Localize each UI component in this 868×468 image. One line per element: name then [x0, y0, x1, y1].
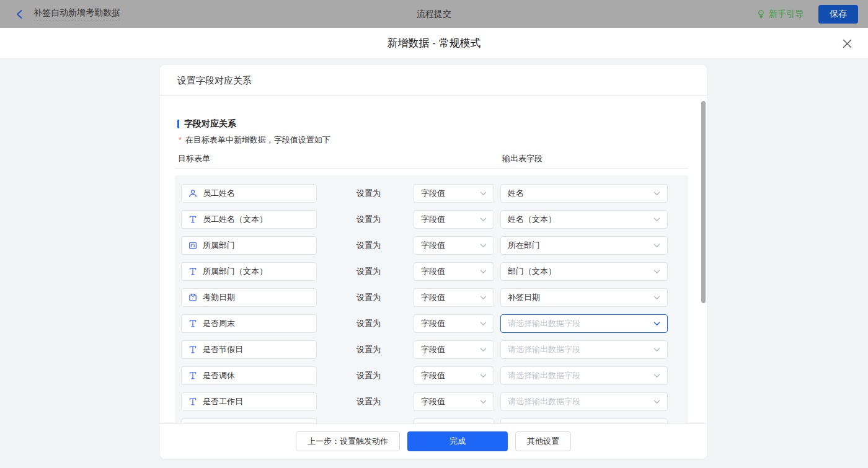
output-field-select[interactable]: 姓名 [500, 184, 668, 203]
rows-panel: 员工姓名 设置为 字段值 姓名 员工姓名（文本） 设置为 字段值 姓名（文本） … [175, 175, 688, 423]
field-mapping-card: 设置字段对应关系 字段对应关系 *在目标表单中新增数据，字段值设置如下 目标表单… [160, 65, 707, 459]
set-as-label: 设置为 [356, 344, 381, 355]
text-field-icon [188, 215, 197, 224]
target-field-box[interactable]: 员工姓名 [181, 184, 317, 203]
chevron-down-icon [653, 374, 660, 378]
newbie-guide-label: 新手引导 [769, 9, 804, 20]
dept-field-icon [188, 241, 197, 250]
date-field-icon: 7 [188, 293, 197, 302]
output-field-select[interactable]: 请选择输出数据字段 [500, 392, 668, 411]
target-field-box[interactable]: 所属部门（文本） [181, 262, 317, 281]
output-field-select[interactable]: 补签日期 [500, 288, 668, 307]
user-field-icon [188, 189, 197, 198]
target-field-box[interactable] [181, 418, 317, 423]
save-button[interactable]: 保存 [818, 5, 858, 24]
modal-header: 新增数据 - 常规模式 [0, 28, 868, 59]
output-field-select[interactable]: 姓名（文本） [500, 210, 668, 229]
field-mapping-row [175, 418, 688, 423]
chevron-down-icon [653, 348, 660, 352]
text-field-icon [188, 371, 197, 380]
value-type-select[interactable]: 字段值 [414, 236, 494, 255]
text-field-icon [188, 319, 197, 328]
value-type-select[interactable]: 字段值 [414, 366, 494, 385]
text-field-icon [188, 267, 197, 276]
set-as-label: 设置为 [356, 214, 381, 225]
value-type-select[interactable]: 字段值 [414, 288, 494, 307]
card-title: 设置字段对应关系 [160, 65, 707, 96]
chevron-down-icon [480, 348, 487, 352]
newbie-guide-link[interactable]: 新手引导 [756, 9, 804, 20]
value-type-select[interactable]: 字段值 [414, 184, 494, 203]
value-type-select[interactable]: 字段值 [414, 262, 494, 281]
field-mapping-row: 7 考勤日期 设置为 字段值 补签日期 [175, 288, 688, 307]
target-field-box[interactable]: 是否周末 [181, 314, 317, 333]
field-mapping-row: 所属部门（文本） 设置为 字段值 部门（文本） [175, 262, 688, 281]
section-note: *在目标表单中新增数据，字段值设置如下 [179, 135, 330, 146]
svg-text:7: 7 [192, 296, 194, 300]
field-mapping-row: 所属部门 设置为 字段值 所在部门 [175, 236, 688, 255]
modal-body: 设置字段对应关系 字段对应关系 *在目标表单中新增数据，字段值设置如下 目标表单… [0, 59, 868, 468]
output-field-select[interactable]: 所在部门 [500, 236, 668, 255]
output-field-column-label: 输出表字段 [502, 153, 542, 164]
field-mapping-row: 是否节假日 设置为 字段值 请选择输出数据字段 [175, 340, 688, 359]
output-field-select[interactable] [500, 418, 668, 423]
field-mapping-row: 是否工作日 设置为 字段值 请选择输出数据字段 [175, 392, 688, 411]
chevron-down-icon [653, 244, 660, 248]
set-as-label: 设置为 [356, 318, 381, 329]
value-type-select[interactable]: 字段值 [414, 210, 494, 229]
chevron-down-icon [480, 296, 487, 300]
set-as-label: 设置为 [356, 188, 381, 199]
output-field-select[interactable]: 部门（文本） [500, 262, 668, 281]
done-button[interactable]: 完成 [407, 431, 508, 451]
target-field-box[interactable]: 7 考勤日期 [181, 288, 317, 307]
value-type-select[interactable]: 字段值 [414, 392, 494, 411]
chevron-down-icon [480, 218, 487, 222]
field-mapping-row: 是否周末 设置为 字段值 请选择输出数据字段 [175, 314, 688, 333]
card-footer: 上一步：设置触发动作 完成 其他设置 [160, 423, 707, 459]
scrollbar-thumb[interactable] [701, 101, 706, 303]
set-as-label: 设置为 [356, 292, 381, 303]
set-as-label: 设置为 [356, 370, 381, 381]
target-field-box[interactable]: 是否调休 [181, 366, 317, 385]
close-icon[interactable] [841, 37, 853, 50]
set-as-label: 设置为 [356, 240, 381, 251]
value-type-select[interactable] [414, 418, 494, 423]
chevron-down-icon [653, 218, 660, 222]
chevron-down-icon [480, 374, 487, 378]
column-header-divider [175, 168, 688, 169]
output-field-select[interactable]: 请选择输出数据字段 [500, 314, 668, 333]
section-title: 字段对应关系 [177, 118, 236, 130]
output-field-select[interactable]: 请选择输出数据字段 [500, 366, 668, 385]
required-mark: * [179, 136, 182, 144]
text-field-icon [188, 345, 197, 354]
chevron-down-icon [653, 322, 660, 326]
field-mapping-row: 员工姓名（文本） 设置为 字段值 姓名（文本） [175, 210, 688, 229]
chevron-down-icon [480, 192, 487, 196]
value-type-select[interactable]: 字段值 [414, 314, 494, 333]
chevron-down-icon [480, 400, 487, 404]
column-headers: 目标表单 输出表字段 [177, 153, 688, 166]
target-field-box[interactable]: 是否节假日 [181, 340, 317, 359]
target-field-box[interactable]: 是否工作日 [181, 392, 317, 411]
topbar: 补签自动新增考勤数据 流程提交 新手引导 保存 [0, 0, 868, 28]
chevron-down-icon [480, 244, 487, 248]
lightbulb-icon [756, 9, 766, 19]
chevron-down-icon [480, 322, 487, 326]
text-field-icon [188, 397, 197, 406]
chevron-down-icon [653, 192, 660, 196]
chevron-down-icon [653, 296, 660, 300]
section-accent-bar [177, 120, 179, 128]
page: 补签自动新增考勤数据 流程提交 新手引导 保存 新增数据 - 常规模式 [0, 0, 868, 468]
target-field-box[interactable]: 员工姓名（文本） [181, 210, 317, 229]
target-form-column-label: 目标表单 [178, 153, 210, 164]
chevron-down-icon [653, 400, 660, 404]
chevron-down-icon [653, 270, 660, 274]
chevron-down-icon [480, 270, 487, 274]
set-as-label: 设置为 [356, 266, 381, 277]
prev-step-button[interactable]: 上一步：设置触发动作 [296, 431, 400, 451]
output-field-select[interactable]: 请选择输出数据字段 [500, 340, 668, 359]
value-type-select[interactable]: 字段值 [414, 340, 494, 359]
field-mapping-row: 员工姓名 设置为 字段值 姓名 [175, 184, 688, 203]
other-settings-button[interactable]: 其他设置 [515, 431, 571, 451]
target-field-box[interactable]: 所属部门 [181, 236, 317, 255]
